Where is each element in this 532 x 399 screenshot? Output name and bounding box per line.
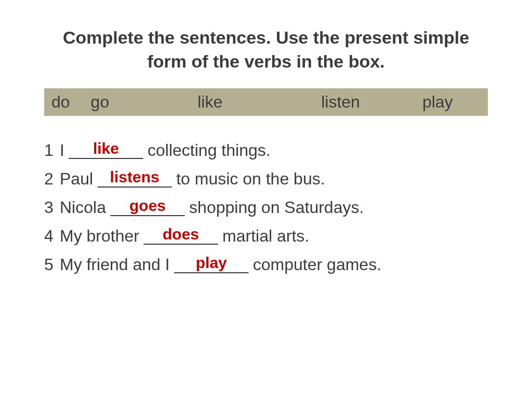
fill-blank[interactable]: ________goes bbox=[111, 198, 184, 217]
sentence-text: Nicola ________goes shopping on Saturday… bbox=[60, 198, 364, 217]
sentence-row: 2 Paul ________listens to music on the b… bbox=[44, 169, 488, 189]
sentence-row: 3 Nicola ________goes shopping on Saturd… bbox=[44, 198, 488, 217]
sentence-row: 1 I ________like collecting things. bbox=[44, 141, 488, 160]
sentence-before: Nicola bbox=[60, 198, 111, 217]
sentence-before: My brother bbox=[60, 227, 144, 245]
sentence-before: Paul bbox=[60, 169, 98, 188]
wordbox-go: go bbox=[91, 92, 110, 112]
answer-play: play bbox=[196, 254, 227, 272]
fill-blank[interactable]: ________play bbox=[175, 255, 248, 274]
answer-like: like bbox=[93, 140, 119, 157]
fill-blank[interactable]: ________listens bbox=[98, 169, 171, 189]
wordbox-play: play bbox=[422, 92, 453, 112]
wordbox-do: do bbox=[51, 92, 70, 112]
sentence-after: collecting things. bbox=[143, 141, 270, 159]
sentence-row: 4 My brother ________does martial arts. bbox=[44, 227, 488, 246]
answer-goes: goes bbox=[129, 197, 166, 215]
sentence-after: martial arts. bbox=[218, 227, 309, 245]
wordbox-like: like bbox=[197, 92, 222, 112]
sentence-number: 1 bbox=[44, 141, 60, 160]
exercise-title: Complete the sentences. Use the present … bbox=[44, 26, 488, 74]
sentence-list: 1 I ________like collecting things. 2 Pa… bbox=[44, 141, 488, 274]
verb-word-box: do go like listen play bbox=[44, 88, 488, 116]
sentence-number: 3 bbox=[44, 198, 60, 217]
sentence-row: 5 My friend and I ________play сomputer … bbox=[44, 255, 488, 274]
sentence-after: to music on the bus. bbox=[171, 169, 325, 188]
sentence-number: 4 bbox=[44, 227, 60, 246]
sentence-number: 5 bbox=[44, 255, 60, 274]
fill-blank[interactable]: ________does bbox=[144, 227, 218, 246]
sentence-text: My brother ________does martial arts. bbox=[60, 227, 309, 246]
sentence-text: I ________like collecting things. bbox=[60, 141, 271, 160]
sentence-text: Paul ________listens to music on the bus… bbox=[60, 169, 325, 189]
sentence-after: сomputer games. bbox=[248, 255, 381, 274]
fill-blank[interactable]: ________like bbox=[69, 141, 143, 160]
sentence-before: My friend and I bbox=[60, 255, 175, 274]
sentence-text: My friend and I ________play сomputer ga… bbox=[60, 255, 381, 274]
answer-does: does bbox=[163, 225, 199, 243]
sentence-number: 2 bbox=[44, 169, 60, 189]
answer-listens: listens bbox=[110, 168, 159, 186]
wordbox-listen: listen bbox=[321, 92, 360, 112]
sentence-before: I bbox=[60, 141, 69, 159]
sentence-after: shopping on Saturdays. bbox=[184, 198, 364, 217]
